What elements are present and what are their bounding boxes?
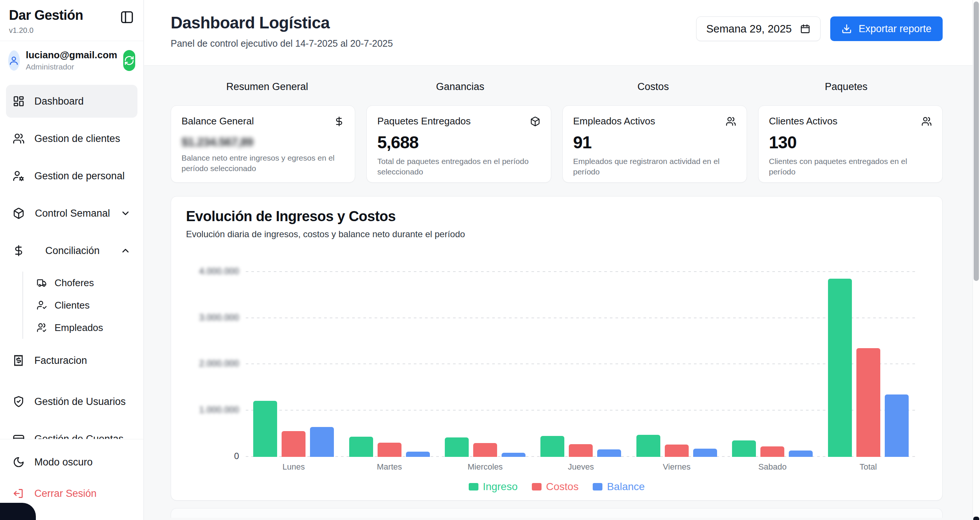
legend-item-ingreso: Ingreso — [469, 481, 518, 493]
moon-icon — [13, 456, 25, 468]
truck-icon — [37, 278, 47, 288]
legend-swatch — [469, 483, 479, 490]
x-axis-tick-label: Martes — [341, 462, 437, 472]
devtools-corner-button[interactable] — [0, 503, 36, 520]
package-icon — [530, 116, 541, 127]
export-report-button[interactable]: Exportar reporte — [830, 16, 943, 41]
tab-bar: Resumen General Ganancias Costos Paquete… — [171, 73, 943, 100]
sidebar-item-control-semanal[interactable]: Control Semanal — [6, 197, 137, 230]
bar-balance-jueves[interactable] — [597, 449, 621, 457]
bar-ingreso-viernes[interactable] — [636, 435, 660, 457]
bar-groups — [246, 262, 916, 457]
users-check-icon — [37, 323, 47, 333]
sidebar-item-label: Gestión de Usuarios — [34, 396, 126, 407]
bar-costos-miercoles[interactable] — [473, 443, 497, 457]
chevron-up-icon — [120, 245, 131, 256]
calendar-icon[interactable] — [800, 24, 810, 34]
week-picker-input[interactable]: Semana 29, 2025 — [696, 16, 821, 41]
download-icon — [842, 24, 852, 34]
scrollbar-track[interactable] — [972, 0, 980, 520]
next-section-card-partial — [171, 508, 943, 518]
sidebar-subitem-label: Clientes — [54, 300, 90, 311]
bar-ingreso-miercoles[interactable] — [445, 437, 469, 457]
bar-ingreso-martes[interactable] — [349, 437, 373, 457]
chart-subtitle: Evolución diaria de ingresos, costos y b… — [186, 229, 928, 239]
stat-card-clientes-activos: Clientes Activos 130 Clientes con paquet… — [758, 105, 943, 183]
sidebar: Dar Gestión v1.20.0 luciano@gmail.com Ad… — [0, 0, 144, 520]
bar-ingreso-jueves[interactable] — [541, 436, 564, 457]
devtools-corner-fragment — [973, 517, 979, 520]
bar-ingreso-total[interactable] — [828, 279, 852, 457]
x-axis-tick-label: Sabado — [725, 462, 820, 472]
bar-costos-sabado[interactable] — [760, 447, 784, 457]
bar-costos-total[interactable] — [856, 348, 880, 457]
legend-label: Costos — [546, 481, 579, 493]
bar-balance-total[interactable] — [885, 394, 908, 457]
main-area: Dashboard Logística Panel de control eje… — [144, 0, 980, 520]
bar-ingreso-lunes[interactable] — [253, 401, 277, 457]
sidebar-item-label: Dashboard — [34, 95, 84, 107]
bar-group-lunes — [246, 262, 341, 457]
refresh-button[interactable] — [123, 50, 135, 71]
dark-mode-toggle[interactable]: Modo oscuro — [6, 447, 137, 477]
chart-card: Evolución de Ingresos y Costos Evolución… — [171, 196, 943, 501]
stat-card-title: Paquetes Entregados — [377, 115, 471, 127]
shield-check-icon — [13, 396, 25, 407]
bar-group-sabado — [725, 262, 820, 457]
sidebar-item-label: Facturacion — [34, 355, 87, 366]
bar-balance-sabado[interactable] — [789, 450, 813, 457]
x-axis-tick-label: Miercoles — [438, 462, 533, 472]
app-version: v1.20.0 — [9, 26, 134, 35]
stat-card-description: Empleados que registraron actividad en e… — [573, 156, 736, 177]
content: Resumen General Ganancias Costos Paquete… — [144, 66, 980, 518]
bar-balance-lunes[interactable] — [310, 427, 334, 457]
user-email: luciano@gmail.com — [26, 49, 117, 61]
avatar — [8, 51, 20, 71]
users-icon — [13, 133, 25, 145]
bar-costos-viernes[interactable] — [665, 445, 689, 457]
y-axis-tick-label: 3.000.000 — [199, 312, 239, 323]
bar-balance-viernes[interactable] — [693, 448, 717, 457]
bar-costos-jueves[interactable] — [569, 444, 593, 457]
sidebar-subitem-empleados[interactable]: Empleados — [32, 316, 137, 339]
sidebar-subitem-choferes[interactable]: Choferes — [32, 272, 137, 294]
legend-swatch — [593, 483, 602, 490]
tab-resumen-general[interactable]: Resumen General — [171, 81, 364, 93]
page-title: Dashboard Logística — [171, 13, 330, 32]
dark-mode-label: Modo oscuro — [34, 456, 92, 468]
y-axis-tick-label: 4.000.000 — [199, 266, 239, 277]
tab-costos[interactable]: Costos — [557, 81, 750, 93]
chart-title: Evolución de Ingresos y Costos — [186, 208, 928, 224]
tab-paquetes[interactable]: Paquetes — [749, 81, 943, 93]
scrollbar-thumb[interactable] — [974, 2, 979, 281]
sidebar-item-gestion-clientes[interactable]: Gestion de clientes — [6, 122, 137, 155]
bar-costos-lunes[interactable] — [282, 431, 305, 457]
user-profile: luciano@gmail.com Administrador — [0, 41, 143, 80]
sidebar-item-gestion-usuarios[interactable]: Gestión de Usuarios — [6, 385, 137, 418]
stat-card-title: Empleados Activos — [573, 115, 655, 127]
app-title: Dar Gestión — [9, 8, 134, 23]
sidebar-nav: Dashboard Gestion de clientes Gestion de… — [0, 80, 143, 455]
bar-ingreso-sabado[interactable] — [732, 440, 756, 457]
bar-balance-martes[interactable] — [406, 452, 430, 457]
y-axis-tick-label: 0 — [234, 451, 239, 461]
stat-card-paquetes-entregados: Paquetes Entregados 5,688 Total de paque… — [366, 105, 551, 183]
sidebar-toggle-button[interactable] — [119, 9, 135, 25]
bar-group-martes — [341, 262, 437, 457]
tab-ganancias[interactable]: Ganancias — [364, 81, 557, 93]
sidebar-item-facturacion[interactable]: Facturacion — [6, 344, 137, 377]
bar-group-jueves — [533, 262, 628, 457]
bar-balance-miercoles[interactable] — [501, 453, 525, 457]
stat-card-value: 5,688 — [377, 132, 540, 153]
sidebar-item-gestion-personal[interactable]: Gestion de personal — [6, 159, 137, 192]
sidebar-subitem-clientes[interactable]: Clientes — [32, 294, 137, 316]
export-report-label: Exportar reporte — [859, 23, 931, 35]
x-axis-tick-label: Lunes — [246, 462, 341, 472]
sidebar-item-conciliacion[interactable]: Conciliación — [6, 234, 137, 267]
stat-card-description: Total de paquetes entregados en el perío… — [377, 156, 540, 177]
bar-costos-martes[interactable] — [378, 443, 401, 457]
bar-group-viernes — [629, 262, 725, 457]
sidebar-item-dashboard[interactable]: Dashboard — [6, 85, 137, 118]
user-info: luciano@gmail.com Administrador — [26, 49, 117, 72]
header-controls: Semana 29, 2025 Exportar reporte — [696, 16, 943, 41]
